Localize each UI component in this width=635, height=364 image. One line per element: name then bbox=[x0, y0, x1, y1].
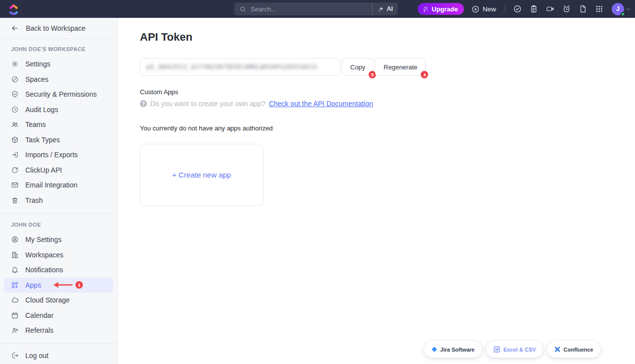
logout-icon bbox=[11, 352, 19, 360]
integration-pill-tray: Jira Software Excel & CSV Confluence bbox=[424, 341, 600, 358]
sidebar-item-log-out[interactable]: Log out bbox=[0, 348, 117, 364]
new-button[interactable]: New bbox=[468, 3, 499, 15]
pill-label: Excel & CSV bbox=[504, 347, 536, 353]
search-input[interactable] bbox=[247, 2, 372, 15]
regenerate-label: Regenerate bbox=[383, 63, 417, 71]
people-icon bbox=[11, 121, 19, 128]
spaces-icon bbox=[11, 75, 19, 83]
sidebar-item-settings[interactable]: Settings bbox=[0, 57, 117, 72]
avatar: J bbox=[612, 3, 624, 15]
sidebar-item-cloud-storage[interactable]: Cloud Storage bbox=[0, 293, 117, 308]
user-plus-icon bbox=[11, 326, 19, 334]
upgrade-icon bbox=[422, 5, 429, 12]
sidebar-item-clickup-api[interactable]: ClickUp API bbox=[0, 163, 117, 178]
sidebar-divider bbox=[0, 214, 117, 214]
sidebar-item-label: Settings bbox=[25, 60, 51, 68]
back-to-workspace[interactable]: Back to Workspace bbox=[0, 18, 117, 38]
sidebar-item-label: Apps bbox=[25, 281, 41, 289]
user-circle-icon bbox=[11, 236, 19, 243]
sidebar-item-notifications[interactable]: Notifications bbox=[0, 262, 117, 278]
apps-launcher-button[interactable] bbox=[593, 3, 605, 15]
record-clip-button[interactable] bbox=[544, 3, 556, 15]
copy-label: Copy bbox=[350, 63, 365, 71]
sidebar-item-security-permissions[interactable]: Security & Permissions bbox=[0, 87, 117, 102]
annotation-badge-4: 4 bbox=[421, 71, 428, 78]
excel-csv-button[interactable]: Excel & CSV bbox=[486, 341, 543, 358]
document-icon bbox=[578, 4, 587, 13]
sidebar-item-spaces[interactable]: Spaces bbox=[0, 72, 117, 87]
building-icon bbox=[11, 251, 19, 259]
sidebar-item-calendar[interactable]: Calendar bbox=[0, 308, 117, 323]
alarm-icon bbox=[562, 4, 571, 13]
global-search[interactable]: AI bbox=[234, 2, 398, 15]
cloud-icon bbox=[11, 296, 19, 304]
sidebar-item-label: My Settings bbox=[25, 236, 62, 243]
user-section-title: JOHN DOE bbox=[11, 222, 106, 228]
bell-icon bbox=[11, 266, 19, 274]
plus-circle-icon bbox=[471, 5, 480, 13]
clickup-logo[interactable] bbox=[7, 3, 20, 15]
search-icon bbox=[239, 5, 247, 13]
annotation-badge-3: 3 bbox=[75, 281, 83, 289]
import-icon bbox=[11, 151, 19, 159]
sidebar-divider bbox=[0, 38, 117, 39]
arrow-left-icon bbox=[11, 24, 19, 32]
video-icon bbox=[546, 4, 555, 13]
confluence-icon bbox=[554, 346, 561, 353]
cube-icon bbox=[11, 136, 19, 144]
envelope-icon bbox=[11, 181, 19, 189]
ai-button[interactable]: AI bbox=[372, 2, 398, 15]
sidebar-item-label: Email Integration bbox=[25, 181, 77, 189]
custom-apps-title: Custom Apps bbox=[140, 88, 635, 96]
regenerate-button[interactable]: Regenerate 4 bbox=[375, 58, 426, 76]
custom-apps-hint: ? Do you want to create your own app? Ch… bbox=[140, 100, 635, 108]
sidebar-item-audit-logs[interactable]: Audit Logs bbox=[0, 102, 117, 118]
sidebar-item-label: Calendar bbox=[25, 311, 54, 319]
copy-button[interactable]: Copy 5 bbox=[342, 58, 374, 76]
api-token-field[interactable]: pk_8842913_QJ7VN2XKTB5RC4MDLW93HFGZE6YA0… bbox=[140, 58, 340, 76]
sidebar-item-label: Notifications bbox=[25, 266, 63, 274]
docs-button[interactable] bbox=[577, 3, 589, 15]
create-new-app-button[interactable]: + Create new app bbox=[172, 171, 231, 179]
help-icon: ? bbox=[140, 100, 147, 107]
pill-label: Confluence bbox=[564, 347, 593, 353]
sidebar-item-label: Spaces bbox=[25, 75, 49, 83]
logout-label: Log out bbox=[25, 352, 49, 360]
sidebar-item-label: ClickUp API bbox=[25, 166, 62, 174]
apps-annotation: 3 bbox=[53, 281, 83, 289]
sidebar-item-label: Imports / Exports bbox=[25, 151, 78, 159]
confluence-button[interactable]: Confluence bbox=[547, 341, 600, 358]
notepad-button[interactable] bbox=[528, 3, 540, 15]
topbar-actions: Upgrade New bbox=[418, 0, 631, 18]
sidebar-item-task-types[interactable]: Task Types bbox=[0, 132, 117, 148]
trash-icon bbox=[11, 196, 19, 204]
page-title: API Token bbox=[140, 31, 635, 44]
settings-sidebar: Back to Workspace JOHN DOE'S WORKSPACE S… bbox=[0, 18, 118, 364]
sidebar-item-my-settings[interactable]: My Settings bbox=[0, 232, 117, 247]
sidebar-item-teams[interactable]: Teams bbox=[0, 117, 117, 132]
account-menu[interactable]: J bbox=[612, 3, 631, 15]
reminders-button[interactable] bbox=[561, 3, 572, 15]
upgrade-button[interactable]: Upgrade bbox=[418, 3, 464, 15]
create-app-card[interactable]: + Create new app bbox=[140, 144, 263, 206]
sidebar-item-label: Audit Logs bbox=[25, 106, 58, 114]
sidebar-item-apps[interactable]: Apps 3 bbox=[4, 278, 113, 293]
excel-icon bbox=[493, 346, 501, 353]
sidebar-item-workspaces[interactable]: Workspaces bbox=[0, 247, 117, 263]
gear-icon bbox=[11, 60, 19, 68]
app-grid-icon bbox=[595, 4, 604, 13]
sidebar-item-label: Cloud Storage bbox=[25, 296, 70, 304]
sparkle-icon bbox=[378, 5, 384, 12]
sidebar-item-imports-exports[interactable]: Imports / Exports bbox=[0, 147, 117, 163]
my-tasks-button[interactable] bbox=[511, 3, 523, 15]
calendar-icon bbox=[11, 311, 19, 319]
sidebar-item-referrals[interactable]: Referrals bbox=[0, 323, 117, 338]
history-icon bbox=[11, 106, 19, 114]
api-documentation-link[interactable]: Check out the API Documentation bbox=[269, 100, 373, 108]
jira-software-button[interactable]: Jira Software bbox=[424, 341, 482, 358]
new-label: New bbox=[483, 5, 496, 13]
sidebar-item-label: Referrals bbox=[25, 326, 54, 334]
sidebar-item-email-integration[interactable]: Email Integration bbox=[0, 178, 117, 193]
clipboard-icon bbox=[529, 4, 538, 13]
sidebar-item-trash[interactable]: Trash bbox=[0, 193, 117, 208]
